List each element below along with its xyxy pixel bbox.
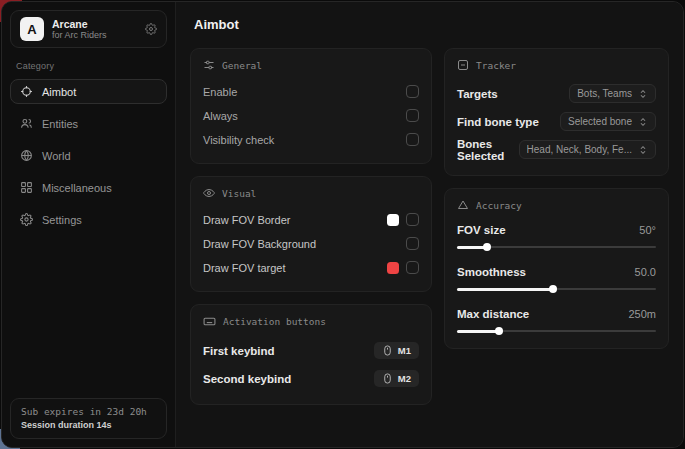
- color-swatch-red[interactable]: [387, 262, 399, 274]
- sidebar-item-label: Entities: [42, 118, 78, 130]
- setting-row-visibility-check: Visibility check: [203, 128, 419, 151]
- keybind-value: M1: [398, 345, 411, 356]
- setting-row-second-keybind: Second keybind M2: [203, 365, 419, 392]
- chevrons-up-down-icon: [638, 145, 648, 155]
- targets-select[interactable]: Bots, Teams: [569, 84, 656, 103]
- section-title: General: [222, 60, 262, 71]
- second-keybind-button[interactable]: M2: [374, 370, 419, 387]
- select-value: Head, Neck, Body, Fe...: [527, 144, 632, 155]
- left-column: General Enable Always Visibility check: [190, 48, 432, 417]
- fov-size-slider-group: FOV size 50°: [457, 220, 656, 252]
- setting-label: Visibility check: [203, 134, 274, 146]
- setting-label: Enable: [203, 86, 237, 98]
- color-swatch-white[interactable]: [387, 214, 399, 226]
- right-column: Tracker Targets Bots, Teams Find bone ty…: [444, 48, 669, 417]
- accuracy-header: Accuracy: [457, 199, 656, 211]
- crosshair-icon: [20, 85, 33, 98]
- category-label: Category: [16, 61, 161, 71]
- first-keybind-button[interactable]: M1: [374, 342, 419, 359]
- section-title: Tracker: [476, 60, 516, 71]
- fov-size-slider[interactable]: [457, 242, 656, 252]
- sidebar-item-entities[interactable]: Entities: [10, 111, 167, 136]
- setting-label: Second keybind: [203, 373, 291, 385]
- slider-thumb[interactable]: [495, 327, 503, 335]
- slider-fill: [457, 288, 553, 291]
- app-meta: Arcane for Arc Riders: [52, 18, 137, 40]
- sidebar-item-label: Miscellaneous: [42, 182, 112, 194]
- setting-row-enable: Enable: [203, 80, 419, 103]
- enable-checkbox[interactable]: [406, 85, 419, 98]
- always-checkbox[interactable]: [406, 109, 419, 122]
- setting-row-find-bone-type: Find bone type Selected bone: [457, 108, 656, 135]
- general-card: General Enable Always Visibility check: [190, 48, 432, 164]
- select-value: Selected bone: [568, 116, 632, 127]
- setting-label: Bones Selected: [457, 138, 519, 162]
- app-header-card: A Arcane for Arc Riders: [10, 10, 167, 48]
- section-title: Visual: [222, 188, 256, 199]
- sidebar-item-world[interactable]: World: [10, 143, 167, 168]
- fov-target-checkbox[interactable]: [406, 261, 419, 274]
- activation-card: Activation buttons First keybind M1 Seco…: [190, 304, 432, 405]
- setting-label: Draw FOV Background: [203, 238, 316, 250]
- setting-label: Draw FOV Border: [203, 214, 290, 226]
- frame-icon: [457, 59, 469, 71]
- fov-background-checkbox[interactable]: [406, 237, 419, 250]
- setting-label: Always: [203, 110, 238, 122]
- select-value: Bots, Teams: [577, 88, 632, 99]
- max-distance-slider-group: Max distance 250m: [457, 304, 656, 336]
- eye-icon: [203, 187, 215, 199]
- smoothness-slider[interactable]: [457, 284, 656, 294]
- visual-card: Visual Draw FOV Border Draw FOV Backgrou…: [190, 176, 432, 292]
- subscription-card: Sub expires in 23d 20h Session duration …: [10, 398, 167, 439]
- setting-label: Smoothness: [457, 266, 526, 278]
- section-title: Activation buttons: [223, 316, 326, 327]
- visual-header: Visual: [203, 187, 419, 199]
- activation-header: Activation buttons: [203, 315, 419, 328]
- max-distance-slider[interactable]: [457, 326, 656, 336]
- slider-value: 50.0: [635, 266, 656, 278]
- slider-fill: [457, 330, 499, 333]
- tracker-header: Tracker: [457, 59, 656, 71]
- general-header: General: [203, 59, 419, 71]
- setting-label: Draw FOV target: [203, 262, 286, 274]
- setting-row-always: Always: [203, 104, 419, 127]
- accuracy-card: Accuracy FOV size 50°: [444, 188, 669, 349]
- sidebar-item-settings[interactable]: Settings: [10, 207, 167, 232]
- sidebar-item-aimbot[interactable]: Aimbot: [10, 79, 167, 104]
- mouse-icon: [382, 345, 393, 356]
- fov-border-checkbox[interactable]: [406, 213, 419, 226]
- keyboard-icon: [203, 315, 216, 328]
- visibility-check-checkbox[interactable]: [406, 133, 419, 146]
- mouse-icon: [382, 373, 393, 384]
- sidebar-item-label: Aimbot: [42, 86, 76, 98]
- bones-selected-select[interactable]: Head, Neck, Body, Fe...: [519, 140, 656, 159]
- setting-row-fov-border: Draw FOV Border: [203, 208, 419, 231]
- slider-value: 50°: [639, 224, 656, 236]
- app-subtitle: for Arc Riders: [52, 30, 137, 40]
- setting-row-first-keybind: First keybind M1: [203, 337, 419, 364]
- globe-icon: [20, 149, 33, 162]
- setting-row-targets: Targets Bots, Teams: [457, 80, 656, 107]
- sidebar-item-label: Settings: [42, 214, 82, 226]
- chevrons-up-down-icon: [638, 89, 648, 99]
- slider-thumb[interactable]: [549, 285, 557, 293]
- setting-label: Max distance: [457, 308, 529, 320]
- app-window: A Arcane for Arc Riders Category Aimbot: [1, 1, 684, 448]
- sidebar: A Arcane for Arc Riders Category Aimbot: [2, 2, 176, 447]
- slider-value: 250m: [628, 308, 656, 320]
- setting-label: FOV size: [457, 224, 506, 236]
- setting-row-fov-target: Draw FOV target: [203, 256, 419, 279]
- keybind-value: M2: [398, 373, 411, 384]
- slider-thumb[interactable]: [483, 243, 491, 251]
- chevrons-up-down-icon: [638, 117, 648, 127]
- setting-label: First keybind: [203, 345, 275, 357]
- setting-label: Targets: [457, 88, 498, 100]
- find-bone-type-select[interactable]: Selected bone: [560, 112, 656, 131]
- sidebar-item-miscellaneous[interactable]: Miscellaneous: [10, 175, 167, 200]
- setting-row-bones-selected: Bones Selected Head, Neck, Body, Fe...: [457, 136, 656, 163]
- gear-icon[interactable]: [145, 23, 157, 35]
- app-name: Arcane: [52, 18, 137, 30]
- tracker-card: Tracker Targets Bots, Teams Find bone ty…: [444, 48, 669, 176]
- smoothness-slider-group: Smoothness 50.0: [457, 262, 656, 294]
- sub-expiry-text: Sub expires in 23d 20h: [21, 406, 156, 417]
